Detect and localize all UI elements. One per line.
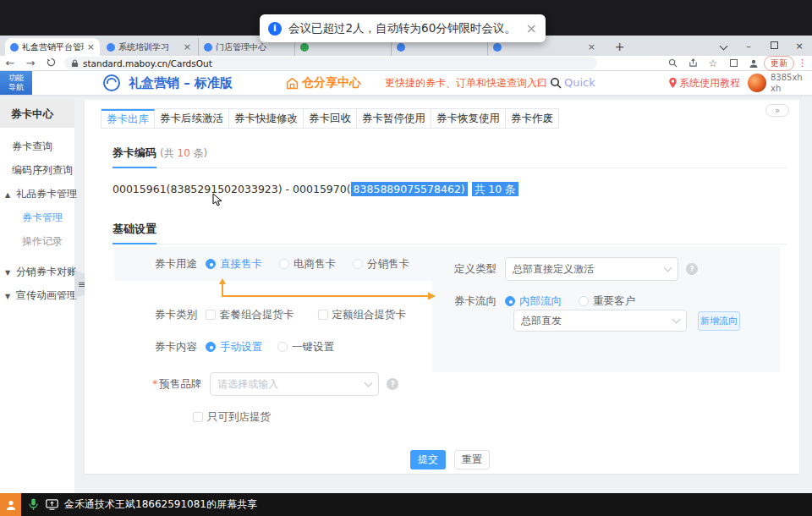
main-panel: » 券卡出库 券卡后续激活 券卡快捷修改 券卡回收 券卡暂停使用 券卡恢复使用 … — [85, 100, 799, 474]
flow-select[interactable]: 总部直发 — [513, 310, 687, 332]
tab-cards-out[interactable]: 券卡出库 — [102, 109, 155, 128]
search-icon[interactable] — [550, 77, 562, 91]
browser-tab[interactable]: 系统培训学习 × — [102, 38, 196, 56]
sidebar-item-code-sequence-query[interactable]: 编码序列查询 — [0, 158, 74, 182]
collapse-panel-button[interactable]: » — [765, 104, 789, 117]
user-name-main: 8385xh — [771, 73, 803, 82]
radio-manual-setup[interactable]: 手动设置 — [206, 340, 262, 354]
brand-row: *预售品牌 请选择或输入 ? — [152, 372, 398, 396]
back-icon[interactable]: ← — [0, 57, 20, 69]
flow-select-row: 总部直发 — [513, 310, 687, 332]
share-center-label: 仓分享中心 — [302, 75, 361, 91]
notification-close-icon[interactable]: × — [526, 22, 537, 36]
code-range-selected: 8385889075578462) — [351, 182, 468, 196]
usage-label: 券卡用途 — [155, 257, 197, 272]
mouse-cursor-icon — [212, 193, 222, 209]
sidebar-item-label: 操作记录 — [22, 235, 63, 247]
browser-tab-active[interactable]: 礼盒营销平台管理中心 × — [5, 38, 100, 56]
sidebar-item-card-management[interactable]: 券卡管理 — [0, 206, 74, 229]
chevron-down-icon — [365, 378, 373, 387]
tab-close-icon[interactable]: × — [87, 41, 95, 52]
url-text: standard.maboy.cn/CardsOut — [83, 58, 212, 69]
screen-share-text: 金禾通技术王斌18662591081的屏幕共享 — [64, 497, 257, 512]
define-type-value: 总部直接定义激活 — [513, 262, 665, 277]
address-bar[interactable]: standard.maboy.cn/CardsOut — [64, 57, 597, 69]
system-tutorial-link[interactable]: 系统使用教程 — [679, 71, 740, 95]
chevron-down-icon — [672, 315, 681, 323]
sidebar-item-label: 礼品券卡管理 — [16, 188, 77, 200]
tab-resume[interactable]: 券卡恢复使用 — [431, 109, 506, 128]
app-title: 礼盒营销 – 标准版 — [129, 71, 233, 95]
tab-suspend[interactable]: 券卡暂停使用 — [357, 109, 431, 128]
warehouse-icon — [286, 77, 299, 90]
new-tab-button[interactable]: + — [612, 40, 627, 54]
code-range-line: 00015961(8385291502033923) - 00015970(83… — [112, 183, 518, 197]
presale-brand-select[interactable]: 请选择或输入 — [210, 372, 379, 396]
sidebar-item-operation-log[interactable]: 操作记录 — [0, 229, 74, 253]
user-name-sub: xh — [771, 84, 781, 93]
add-flow-button[interactable]: 新增流向 — [698, 311, 740, 331]
bookmark-star-icon[interactable]: ☆ — [703, 58, 723, 69]
quick-search-label[interactable]: Quick — [564, 71, 595, 95]
tab-favicon-icon — [397, 43, 405, 52]
screenshare-icon — [46, 499, 58, 510]
radio-ecommerce-sale[interactable]: 电商售卡 — [279, 257, 336, 272]
triangle-up-icon: ▲ — [5, 191, 10, 199]
tab-search-chevron-icon[interactable] — [710, 41, 736, 52]
maximize-icon[interactable] — [761, 41, 787, 52]
submit-button[interactable]: 提交 — [410, 450, 446, 469]
checkbox-store-pickup-only[interactable]: 只可到店提货 — [193, 410, 271, 425]
profile-icon[interactable] — [743, 58, 764, 69]
usage-row: 券卡用途 直接售卡 电商售卡 分销售卡 — [155, 253, 409, 275]
sidebar-item-card-query[interactable]: 券卡查询 — [0, 134, 74, 158]
tab-close-icon[interactable]: × — [184, 41, 191, 52]
sidebar-group-gift-card-mgmt[interactable]: ▲ 礼品券卡管理 — [0, 182, 74, 206]
browser-update-button[interactable]: 更新 — [764, 56, 794, 71]
reset-button[interactable]: 重置 — [454, 450, 490, 469]
function-nav-toggle[interactable]: 功能 导航 — [0, 71, 32, 95]
required-mark: * — [152, 377, 157, 390]
presale-brand-placeholder: 请选择或输入 — [217, 377, 365, 392]
sidebar-group-promo-animation[interactable]: ▼ 宣传动画管理 — [0, 283, 74, 307]
checkbox-fixed-combo-card[interactable]: 定额组合提货卡 — [318, 308, 407, 322]
forward-icon[interactable]: → — [20, 57, 41, 69]
radio-one-click-setup[interactable]: 一键设置 — [277, 340, 334, 354]
minimize-icon[interactable]: – — [736, 41, 761, 52]
share-icon[interactable] — [683, 58, 703, 68]
checkbox-package-combo-card[interactable]: 套餐组合提货卡 — [206, 308, 294, 322]
radio-important-customer[interactable]: 重要客户 — [579, 294, 635, 309]
category-row: 券卡类别 套餐组合提货卡 定额组合提货卡 — [155, 304, 406, 326]
reload-icon[interactable] — [41, 57, 61, 69]
sidebar-item-label: 宣传动画管理 — [16, 289, 77, 301]
zoom-icon[interactable] — [662, 58, 683, 68]
radio-distribution-sale[interactable]: 分销售卡 — [353, 257, 409, 272]
microphone-icon[interactable] — [29, 498, 38, 511]
tab-favicon-icon — [204, 43, 212, 52]
toolbar-right: ☆ 更新 ⋮ — [662, 56, 812, 71]
radio-direct-sale[interactable]: 直接售卡 — [206, 257, 262, 272]
tab-title: 系统培训学习 — [118, 41, 180, 53]
sidebar-group-distribution-reconcile[interactable]: ▼ 分销券卡对账 — [0, 260, 74, 283]
tab-followup-activate[interactable]: 券卡后续激活 — [155, 109, 229, 128]
store-only-row: 只可到店提货 — [193, 406, 271, 428]
tab-favicon-icon — [10, 43, 19, 52]
close-icon[interactable]: × — [787, 41, 812, 52]
code-range-plain: 00015961(8385291502033923) - 00015970( — [112, 183, 351, 195]
side-panel-icon[interactable] — [723, 59, 743, 67]
define-type-select[interactable]: 总部直接定义激活 — [505, 257, 678, 281]
settings-section-header: 基础设置 — [112, 222, 787, 244]
user-avatar[interactable] — [748, 74, 766, 92]
content-label: 券卡内容 — [155, 340, 197, 354]
tab-recycle[interactable]: 券卡回收 — [304, 109, 357, 128]
location-pin-icon — [668, 77, 678, 91]
tab-void[interactable]: 券卡作废 — [506, 109, 558, 128]
menu-more-icon[interactable]: ⋮ — [798, 58, 807, 69]
radio-internal-flow[interactable]: 内部流向 — [505, 294, 562, 309]
update-label: 更新 — [771, 58, 787, 69]
share-center-link[interactable]: 仓分享中心 — [286, 71, 361, 95]
tab-quick-modify[interactable]: 券卡快捷修改 — [229, 109, 304, 128]
triangle-down-icon: ▼ — [5, 269, 10, 277]
workspace: 券卡中心 券卡查询 编码序列查询 ▲ 礼品券卡管理 券卡管理 操作记录 ▼ 分销… — [0, 95, 812, 493]
tab-close-icon[interactable]: × — [588, 41, 595, 52]
settings-section-title: 基础设置 — [112, 222, 156, 244]
